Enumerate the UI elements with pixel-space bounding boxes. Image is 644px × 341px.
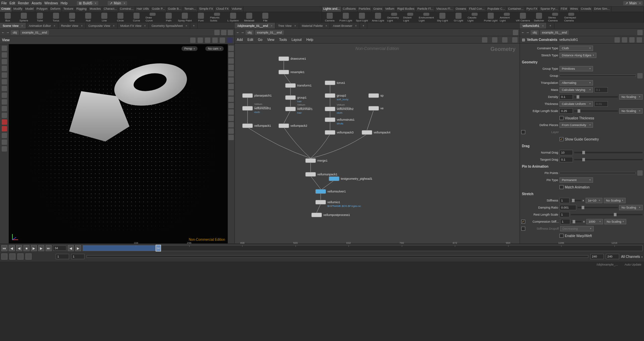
node-body[interactable] (285, 83, 296, 88)
sel-define-pieces[interactable]: From Connectivity (559, 122, 593, 128)
points-icon[interactable] (228, 65, 234, 70)
wire-icon[interactable] (228, 58, 234, 64)
pin-icon[interactable] (513, 30, 518, 35)
node-body[interactable] (325, 107, 335, 111)
channels-selector[interactable]: All Channels (621, 255, 643, 259)
shelf-tool[interactable]: Ambient Light (500, 13, 514, 22)
node-body[interactable] (325, 93, 335, 98)
node-merge1[interactable]: merge1 (305, 158, 328, 163)
arrow-icon[interactable] (2, 66, 7, 71)
lasso-icon[interactable] (2, 52, 7, 58)
shelf-tool[interactable]: Gamepad Camera (564, 13, 578, 22)
select-tool-icon[interactable] (190, 38, 196, 43)
node-vellumpack4[interactable]: vellumpack4 (362, 130, 390, 135)
shelf-tab[interactable]: Muscles (88, 7, 102, 12)
net-menu-edit[interactable]: Edit (248, 38, 253, 42)
shelf-tab[interactable]: Simple FX (198, 7, 215, 12)
pane-tab[interactable]: Motion FX View× (118, 23, 149, 29)
input-thickness[interactable]: 0.01 (594, 101, 608, 107)
path-node[interactable]: example_01__end (540, 30, 569, 35)
shelf-tool[interactable]: Torus (49, 13, 63, 22)
node-vellumio1[interactable]: vellumio1$HIPNAME.$OS.$F.bgeo.sc (315, 200, 340, 205)
shelf-tool[interactable]: Switcher (532, 13, 546, 22)
desktop-selector[interactable]: ⊞Build5 (77, 1, 98, 5)
pin-icon[interactable] (637, 30, 643, 35)
pane-tab[interactable]: Scene View× (0, 23, 26, 29)
input-rest-length[interactable]: 1 (559, 212, 570, 217)
sel-density-scale[interactable]: No Scaling (619, 94, 643, 100)
playhead[interactable]: 34 (156, 245, 161, 251)
close-icon[interactable]: × (271, 24, 272, 27)
pane-tab[interactable]: Composite View× (86, 23, 118, 29)
shelf-tab[interactable]: Guide P... (151, 7, 167, 12)
key-prev-button[interactable]: ◀ (68, 245, 74, 251)
shelf-tab[interactable]: Cloud FX (215, 7, 230, 12)
misc2-icon[interactable] (2, 139, 7, 145)
shelf-tool[interactable]: Environment Light (419, 13, 433, 22)
path-node[interactable]: example_01__end (255, 30, 284, 35)
shelf-tab[interactable]: Modify (12, 7, 24, 12)
shelf-tab[interactable]: Particles (358, 7, 372, 12)
back-icon[interactable]: ← (236, 31, 239, 34)
rend-frame-input[interactable]: 240 (590, 254, 604, 259)
chk-compression[interactable] (521, 220, 525, 224)
node-ve[interactable]: ve (368, 106, 384, 111)
slider-els[interactable] (574, 110, 618, 112)
node-group1[interactable]: group1hair (285, 95, 307, 100)
input-els[interactable]: 0.25 (559, 108, 573, 114)
node-resample1[interactable]: resample1 (278, 70, 305, 74)
shelf-tab[interactable]: Particle Fl... (416, 7, 435, 12)
node-body[interactable] (285, 95, 296, 100)
ref-icon[interactable] (228, 103, 234, 108)
play-bwd-button[interactable]: ◀ (16, 245, 22, 251)
snap-icon[interactable] (220, 38, 225, 43)
chk-match-anim[interactable] (559, 185, 564, 189)
sel-els-scale[interactable]: No Scaling (619, 108, 643, 114)
shelf-tool[interactable]: Metaball (242, 13, 256, 22)
close-icon[interactable]: × (113, 24, 114, 27)
chk-warp-weft[interactable] (559, 234, 564, 238)
sel-compression-exp[interactable]: 1000 (586, 219, 603, 224)
auto-update-label[interactable]: Auto Update (625, 263, 641, 266)
realtime-icon[interactable] (1, 253, 7, 260)
menu-windows[interactable]: Windows (44, 1, 58, 5)
next-frame-button[interactable]: ▶ (38, 245, 44, 251)
shelf-tool[interactable]: Caustic Light (468, 13, 482, 22)
node-body[interactable] (368, 93, 379, 98)
network-canvas[interactable]: Non-Commercial Edition Geometry (235, 44, 520, 243)
pane-tab[interactable]: /obj/example_01__end× (235, 23, 275, 29)
path-obj[interactable]: obj (11, 30, 19, 35)
input-mass[interactable]: 0.1 (594, 87, 608, 93)
node-drawcurve1[interactable]: drawcurve1 (278, 56, 306, 61)
input-stiffness[interactable]: 1 (559, 198, 570, 203)
sel-thickness[interactable]: Calculate Uniform (559, 101, 593, 107)
shelf-tool[interactable]: VR Camera (516, 13, 530, 22)
chk-show-guide[interactable] (559, 137, 564, 141)
shelf-tab[interactable]: Vellum (384, 7, 396, 12)
range-slider[interactable] (87, 255, 588, 258)
shelf-tab[interactable]: Texture (62, 7, 75, 12)
current-frame-input[interactable]: 34 (53, 245, 66, 251)
move-tool-icon[interactable] (198, 38, 203, 43)
menu-render[interactable]: Render (18, 1, 29, 5)
chk-layer[interactable] (521, 130, 525, 134)
rotate-tool-icon[interactable] (205, 38, 210, 43)
fx-icon[interactable] (228, 122, 234, 127)
add-tab-button[interactable]: + (190, 23, 198, 29)
shelf-tab[interactable]: Fluid Con... (468, 7, 486, 12)
sel-constraint-type[interactable]: Cloth (559, 46, 593, 51)
shelf-tab[interactable]: Deform (49, 7, 62, 12)
snap-grid-icon[interactable] (2, 113, 7, 118)
viewport-canvas[interactable]: Persp No cam Non-Commercial Edition (9, 44, 228, 243)
shelf-tool[interactable]: Stereo Camera (548, 13, 562, 22)
measure-icon[interactable] (228, 135, 234, 140)
bg-icon[interactable] (228, 116, 234, 121)
uv-icon[interactable] (228, 77, 234, 83)
sel-pin-type[interactable]: Permanent (559, 177, 593, 183)
grid-icon[interactable] (228, 109, 234, 115)
path-node[interactable]: example_01__end (20, 30, 49, 35)
shading-icon[interactable] (228, 52, 234, 57)
timeline-track[interactable]: 34 18429640852063276087298410961216 (83, 245, 643, 251)
shelf-tab[interactable]: Model (24, 7, 36, 12)
camera-selector[interactable]: No cam (205, 46, 224, 51)
